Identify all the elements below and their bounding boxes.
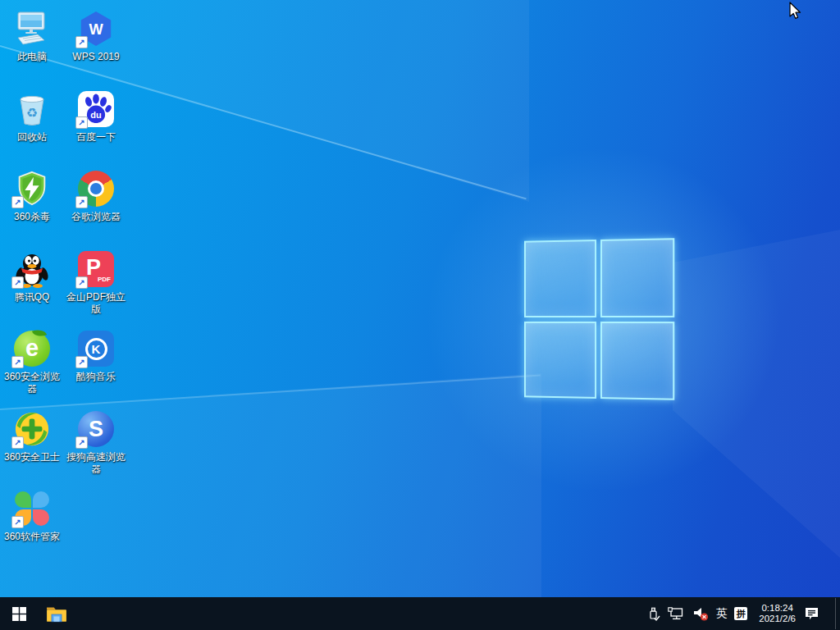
shortcut-arrow-icon: ↗ (75, 276, 88, 289)
safely-remove-hardware-icon[interactable] (646, 606, 660, 622)
svg-text:W: W (89, 21, 103, 38)
input-language-indicator[interactable]: 英 (716, 606, 728, 621)
windows-logo-pane (524, 321, 596, 398)
desktop-icon-360-antivirus[interactable]: ↗ 360杀毒 (0, 168, 64, 223)
desktop-icon-label: 360软件管家 (0, 531, 64, 543)
wps-icon: W ↗ (76, 8, 116, 49)
desktop-icon-recycle-bin[interactable]: ♻ 回收站 (0, 89, 64, 144)
desktop-icon-label: 360安全浏览器 (0, 371, 64, 395)
desktop-icon-chrome[interactable]: ↗ 谷歌浏览器 (64, 168, 128, 223)
system-tray: 英 拼 0:18:24 2021/2/6 (646, 597, 840, 630)
start-button[interactable] (0, 597, 38, 630)
shortcut-arrow-icon: ↗ (75, 116, 88, 129)
desktop-icon-360-safeguard[interactable]: ↗ 360安全卫士 (0, 409, 64, 463)
shortcut-arrow-icon: ↗ (75, 356, 88, 368)
petal-shape (33, 491, 49, 508)
desktop-icon-this-pc[interactable]: 此电脑 (0, 8, 64, 63)
shortcut-arrow-icon: ↗ (11, 516, 24, 528)
shortcut-arrow-icon: ↗ (11, 356, 24, 368)
desktop-icon-360-browser[interactable]: e ↗ 360安全浏览器 (0, 328, 64, 395)
desktop-icon-baidu[interactable]: du ↗ 百度一下 (64, 89, 128, 144)
chrome-icon: ↗ (76, 168, 116, 209)
desktop-icon-label: WPS 2019 (64, 51, 128, 63)
desktop-icon-label: 此电脑 (0, 51, 64, 63)
desktop-icon-label: 腾讯QQ (0, 291, 64, 304)
qq-icon: ↗ (12, 249, 52, 290)
shortcut-arrow-icon: ↗ (11, 196, 24, 208)
windows-start-icon (12, 607, 26, 621)
svg-text:du: du (90, 110, 101, 120)
desktop-icon-label: 酷狗音乐 (64, 371, 128, 383)
desktop-icon-label: 回收站 (0, 131, 64, 144)
shortcut-arrow-icon: ↗ (75, 436, 88, 449)
windows-logo-pane (524, 240, 596, 317)
kugou-music-icon: K ↗ (76, 328, 116, 369)
network-icon[interactable] (668, 607, 685, 621)
desktop-icon-wps-2019[interactable]: W ↗ WPS 2019 (64, 8, 128, 63)
ime-mode-icon[interactable]: 拼 (734, 607, 747, 620)
shortcut-arrow-icon: ↗ (75, 196, 88, 208)
360-browser-icon: e ↗ (12, 328, 52, 369)
petal-shape (33, 509, 49, 526)
action-center-icon[interactable] (804, 606, 819, 621)
petal-shape (15, 491, 31, 508)
mouse-cursor (786, 0, 804, 21)
taskbar-clock[interactable]: 0:18:24 2021/2/6 (759, 603, 796, 625)
sogou-browser-icon: S ↗ (76, 409, 116, 450)
show-desktop-button[interactable] (836, 597, 840, 630)
shortcut-arrow-icon: ↗ (11, 436, 24, 449)
desktop-icon-label: 搜狗高速浏览器 (64, 451, 128, 476)
this-pc-icon (12, 8, 52, 49)
desktop: 此电脑 ♻ 回收站 ↗ 360杀毒 (0, 0, 840, 630)
recycle-bin-icon: ♻ (12, 89, 52, 130)
desktop-icon-360-software-manager[interactable]: ↗ 360软件管家 (0, 488, 64, 543)
volume-muted-icon[interactable] (692, 606, 709, 621)
windows-logo-wallpaper (524, 238, 674, 400)
desktop-icon-label: 360杀毒 (0, 211, 64, 223)
desktop-icon-sogou-browser[interactable]: S ↗ 搜狗高速浏览器 (64, 409, 128, 476)
desktop-icon-kingsoft-pdf[interactable]: P PDF ↗ 金山PDF独立版 (64, 249, 128, 316)
kingsoft-pdf-icon: P PDF ↗ (76, 249, 116, 290)
desktop-icon-tencent-qq[interactable]: ↗ 腾讯QQ (0, 249, 64, 304)
baidu-icon: du ↗ (76, 89, 116, 130)
desktop-icon-label: 360安全卫士 (0, 451, 64, 463)
360-safeguard-icon: ↗ (12, 409, 52, 450)
desktop-icon-label: 金山PDF独立版 (64, 291, 128, 316)
shortcut-arrow-icon: ↗ (11, 276, 24, 289)
desktop-icon-label: 百度一下 (64, 131, 128, 144)
360-antivirus-icon: ↗ (12, 168, 52, 209)
taskbar: 英 拼 0:18:24 2021/2/6 (0, 597, 840, 630)
clock-date: 2021/2/6 (759, 614, 796, 625)
desktop-icon-label: 谷歌浏览器 (64, 211, 128, 223)
file-explorer-icon (46, 605, 67, 623)
windows-logo-pane (600, 322, 674, 400)
taskbar-file-explorer-button[interactable] (38, 597, 75, 630)
clock-time: 0:18:24 (759, 603, 796, 614)
windows-logo-pane (600, 238, 674, 317)
svg-text:♻: ♻ (26, 106, 38, 120)
shortcut-arrow-icon: ↗ (75, 36, 88, 48)
desktop-icon-kugou-music[interactable]: K ↗ 酷狗音乐 (64, 328, 128, 383)
360-software-manager-icon: ↗ (12, 488, 52, 529)
